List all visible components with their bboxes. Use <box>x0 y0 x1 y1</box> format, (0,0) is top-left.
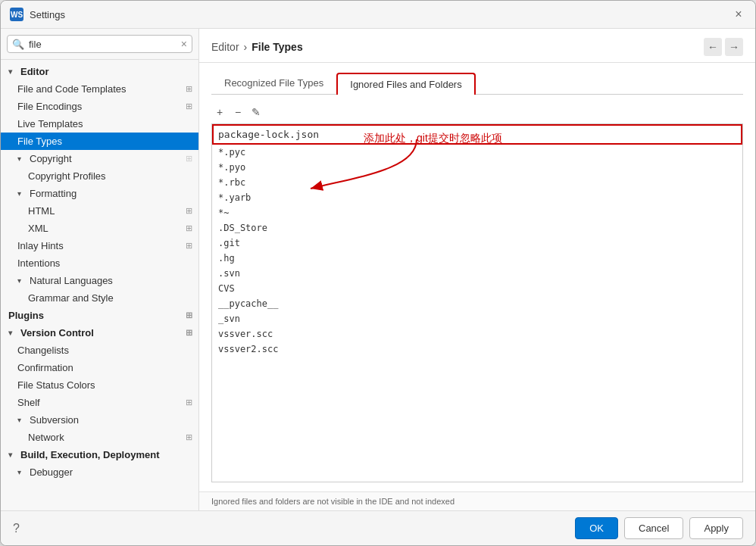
ok-button[interactable]: OK <box>575 517 618 539</box>
expand-arrow-editor: ▾ <box>8 67 17 76</box>
sidebar-item-changelists[interactable]: Changelists <box>1 342 198 359</box>
sidebar-item-file-code-templates[interactable]: File and Code Templates ⊞ <box>1 80 198 98</box>
expand-icon: ⊞ <box>186 101 192 111</box>
sidebar-item-confirmation[interactable]: Confirmation <box>1 359 198 376</box>
sidebar-item-plugins[interactable]: Plugins ⊞ <box>1 307 198 324</box>
sidebar-item-grammar-style[interactable]: Grammar and Style <box>1 289 198 307</box>
sidebar-item-file-types[interactable]: File Types <box>1 133 198 150</box>
expand-icon: ⊞ <box>186 328 192 338</box>
sidebar-item-file-status-colors[interactable]: File Status Colors <box>1 376 198 394</box>
sidebar-item-file-encodings[interactable]: File Encodings ⊞ <box>1 98 198 115</box>
list-item[interactable]: __pycache__ <box>212 296 742 311</box>
list-item[interactable]: .svn <box>212 266 742 281</box>
expand-arrow-natural: ▾ <box>17 276 27 285</box>
search-clear-button[interactable]: × <box>181 38 187 50</box>
search-box: 🔍 × <box>1 29 198 60</box>
footer-buttons: OK Cancel Apply <box>575 517 743 539</box>
list-item[interactable]: *.yarb <box>212 190 742 205</box>
tab-divider <box>211 94 743 95</box>
content-header: Editor › File Types ← → <box>199 29 755 63</box>
tab-bar: Recognized File Types Ignored Files and … <box>211 72 743 94</box>
sidebar-tree: ▾ Editor File and Code Templates ⊞ File … <box>1 60 198 510</box>
content-footer: Ignored files and folders are not visibl… <box>199 491 755 510</box>
expand-icon: ⊞ <box>186 432 192 442</box>
search-input-wrap: 🔍 × <box>7 35 192 53</box>
sidebar-item-intentions[interactable]: Intentions <box>1 254 198 272</box>
content-main: Recognized File Types Ignored Files and … <box>199 63 755 491</box>
sidebar-item-copyright[interactable]: ▾ Copyright ⊞ <box>1 150 198 167</box>
close-button[interactable]: × <box>731 7 746 22</box>
annotation-text: 添加此处，git提交时忽略此项 <box>364 132 502 145</box>
list-item[interactable]: _svn <box>212 311 742 326</box>
sidebar-item-version-control[interactable]: ▾ Version Control ⊞ <box>1 324 198 342</box>
sidebar-item-copyright-profiles[interactable]: Copyright Profiles <box>1 167 198 185</box>
sidebar-item-subversion[interactable]: ▾ Subversion <box>1 411 198 429</box>
expand-arrow-debugger: ▾ <box>17 468 27 476</box>
sidebar-item-formatting[interactable]: ▾ Formatting <box>1 185 198 202</box>
list-item[interactable]: .hg <box>212 251 742 266</box>
sidebar-item-shelf[interactable]: Shelf ⊞ <box>1 394 198 411</box>
file-list-container: *.pyc *.pyo *.rbc *.yarb *~ .DS_Store .g… <box>211 123 743 482</box>
main-content: Editor › File Types ← → Recognized File … <box>199 29 755 510</box>
tab-recognized[interactable]: Recognized File Types <box>211 72 336 94</box>
expand-icon: ⊞ <box>186 310 192 320</box>
search-icon: 🔍 <box>12 39 24 50</box>
sidebar-item-network[interactable]: Network ⊞ <box>1 429 198 446</box>
sidebar: 🔍 × ▾ Editor File and Code Templates ⊞ F… <box>1 29 199 510</box>
expand-icon: ⊞ <box>186 154 192 164</box>
edit-button[interactable]: ✎ <box>248 104 264 120</box>
dialog-body: 🔍 × ▾ Editor File and Code Templates ⊞ F… <box>1 29 755 510</box>
list-item[interactable]: *.pyo <box>212 160 742 175</box>
app-icon: WS <box>10 8 23 21</box>
expand-icon: ⊞ <box>186 84 192 94</box>
list-item[interactable]: *~ <box>212 205 742 220</box>
breadcrumb-separator: › <box>244 41 248 53</box>
sidebar-item-inlay-hints[interactable]: Inlay Hints ⊞ <box>1 237 198 254</box>
sidebar-item-build-execution[interactable]: ▾ Build, Execution, Deployment <box>1 446 198 463</box>
nav-arrows: ← → <box>704 38 743 56</box>
list-item[interactable]: *.pyc <box>212 145 742 160</box>
expand-arrow-build: ▾ <box>8 451 17 459</box>
list-item[interactable]: vssver.scc <box>212 326 742 342</box>
nav-back-button[interactable]: ← <box>704 38 722 56</box>
expand-arrow-vc: ▾ <box>8 329 17 337</box>
cancel-button[interactable]: Cancel <box>624 517 683 539</box>
title-bar-left: WS Settings <box>10 8 65 21</box>
expand-arrow-copyright: ▾ <box>17 154 27 163</box>
dialog-footer: ? OK Cancel Apply <box>1 510 755 545</box>
sidebar-item-natural-languages[interactable]: ▾ Natural Languages <box>1 272 198 289</box>
list-item[interactable]: vssver2.scc <box>212 342 742 357</box>
title-bar: WS Settings × <box>1 1 755 29</box>
list-toolbar: + − ✎ <box>211 101 743 123</box>
breadcrumb-parent: Editor <box>211 41 239 53</box>
sidebar-item-editor[interactable]: ▾ Editor <box>1 63 198 80</box>
sidebar-item-xml[interactable]: XML ⊞ <box>1 220 198 237</box>
sidebar-item-live-templates[interactable]: Live Templates <box>1 115 198 133</box>
list-item[interactable]: *.rbc <box>212 175 742 190</box>
apply-button[interactable]: Apply <box>689 517 743 539</box>
tab-ignored[interactable]: Ignored Files and Folders <box>336 73 475 95</box>
sidebar-item-debugger[interactable]: ▾ Debugger <box>1 463 198 481</box>
add-button[interactable]: + <box>211 104 228 120</box>
expand-icon: ⊞ <box>186 241 192 251</box>
breadcrumb: Editor › File Types <box>211 41 303 53</box>
list-item[interactable]: .DS_Store <box>212 220 742 236</box>
help-button[interactable]: ? <box>13 522 20 535</box>
expand-icon: ⊞ <box>186 398 192 407</box>
expand-icon: ⊞ <box>186 206 192 216</box>
remove-button[interactable]: − <box>230 104 246 120</box>
search-input[interactable] <box>29 39 177 50</box>
expand-arrow-formatting: ▾ <box>17 189 27 198</box>
list-item[interactable]: .git <box>212 236 742 251</box>
breadcrumb-current: File Types <box>251 41 302 53</box>
expand-icon: ⊞ <box>186 223 192 233</box>
expand-arrow-subversion: ▾ <box>17 416 27 424</box>
sidebar-item-html[interactable]: HTML ⊞ <box>1 202 198 220</box>
settings-dialog: WS Settings × 🔍 × ▾ Editor <box>0 0 756 546</box>
nav-forward-button[interactable]: → <box>725 38 743 56</box>
list-item[interactable]: CVS <box>212 281 742 296</box>
dialog-title: Settings <box>30 9 65 20</box>
